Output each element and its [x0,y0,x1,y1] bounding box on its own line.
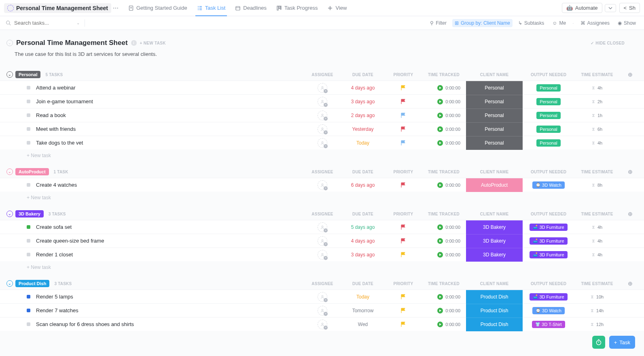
output-cell[interactable]: Personal [524,84,573,92]
add-column-button[interactable]: ⊕ [621,168,633,175]
col-estimate[interactable]: TIME ESTIMATE [573,212,621,216]
tab-getting-started-guide[interactable]: Getting Started Guide [123,0,192,16]
col-time[interactable]: TIME TRACKED [422,72,466,77]
task-row[interactable]: Create sofa set+5 days ago0:00:003D Bake… [0,220,644,234]
col-priority[interactable]: PRIORITY [385,281,422,286]
status-indicator[interactable] [27,239,30,243]
col-due[interactable]: DUE DATE [341,281,385,286]
info-icon[interactable]: i [131,40,137,46]
col-estimate[interactable]: TIME ESTIMATE [573,72,621,77]
play-icon[interactable] [437,252,443,258]
group-by-button[interactable]: ⊞Group by: Client Name [452,19,513,27]
assignee-add[interactable]: + [318,306,327,315]
add-task-row[interactable]: + New task [0,149,644,162]
show-button[interactable]: ◉Show [615,19,638,27]
assignee-add[interactable]: + [318,97,327,107]
priority-cell[interactable] [385,113,422,118]
status-indicator[interactable] [27,183,30,187]
status-indicator[interactable] [27,225,30,229]
task-row[interactable]: Attend a webinar+4 days ago0:00:00Person… [0,81,644,94]
play-icon[interactable] [437,113,443,118]
add-column-button[interactable]: ⊕ [621,71,633,78]
assignee-add[interactable]: + [318,180,327,190]
col-output[interactable]: OUTPUT NEEDED [524,212,573,216]
col-assignee[interactable]: ASSIGNEE [304,170,341,174]
estimate-cell[interactable]: ⧗14h [573,308,621,313]
play-icon[interactable] [437,322,443,327]
add-column-button[interactable]: ⊕ [621,280,633,287]
group-collapse-toggle[interactable]: ⌄ [6,71,13,78]
priority-cell[interactable] [385,140,422,146]
tab-task-list[interactable]: Task List [192,0,231,16]
col-client[interactable]: CLIENT NAME [466,170,523,174]
new-task-link[interactable]: + NEW TASK [140,41,166,45]
task-row[interactable]: Join e-game tournament+3 days ago0:00:00… [0,94,644,108]
priority-cell[interactable] [385,308,422,313]
assignee-add[interactable]: + [318,111,327,120]
tab-deadlines[interactable]: Deadlines [230,0,271,16]
time-tracked-cell[interactable]: 0:00:00 [422,140,466,146]
play-icon[interactable] [437,99,443,104]
group-label[interactable]: 3D Bakery [15,210,44,217]
client-cell[interactable]: Product Dish [466,318,523,331]
due-date[interactable]: 5 days ago [341,224,385,230]
output-cell[interactable]: Personal [524,98,573,105]
status-indicator[interactable] [27,127,30,131]
time-tracked-cell[interactable]: 0:00:00 [422,126,466,132]
client-cell[interactable]: 3D Bakery [466,248,523,262]
collapse-all-toggle[interactable]: ⌄ [6,40,13,46]
col-assignee[interactable]: ASSIGNEE [304,212,341,216]
automate-button[interactable]: 🤖 Automate [562,3,602,13]
output-cell[interactable]: ⌚3D Watch [524,181,573,189]
estimate-cell[interactable]: ⧗4h [573,238,621,243]
time-tracked-cell[interactable]: 0:00:00 [422,224,466,230]
group-label[interactable]: Personal [15,71,40,78]
status-indicator[interactable] [27,309,30,312]
time-tracked-cell[interactable]: 0:00:00 [422,113,466,118]
col-client[interactable]: CLIENT NAME [466,72,523,77]
due-date[interactable]: 4 days ago [341,238,385,244]
status-indicator[interactable] [27,322,30,326]
chevron-down-icon[interactable]: ⌄ [76,21,80,25]
client-cell[interactable]: Product Dish [466,290,523,304]
group-collapse-toggle[interactable]: ⌄ [6,280,13,287]
due-date[interactable]: 4 days ago [341,85,385,91]
task-row[interactable]: Meet with friends+Yesterday0:00:00Person… [0,122,644,136]
client-cell[interactable]: AutoProduct [466,178,523,192]
task-row[interactable]: Create 4 watches+6 days ago0:00:00AutoPr… [0,178,644,192]
assignee-add[interactable]: + [318,138,327,148]
estimate-cell[interactable]: ⧗1h [573,113,621,118]
search-input[interactable] [14,20,71,26]
priority-cell[interactable] [385,182,422,188]
due-date[interactable]: 2 days ago [341,113,385,118]
estimate-cell[interactable]: ⧗4h [573,85,621,90]
time-tracked-cell[interactable]: 0:00:00 [422,308,466,313]
col-client[interactable]: CLIENT NAME [466,212,523,216]
task-row[interactable]: Render 1 closet+3 days ago0:00:003D Bake… [0,247,644,261]
priority-cell[interactable] [385,99,422,104]
timer-fab[interactable] [592,336,605,349]
status-indicator[interactable] [27,100,30,103]
assignee-add[interactable]: + [318,292,327,302]
client-cell[interactable]: Personal [466,81,523,95]
status-indicator[interactable] [27,113,30,117]
col-time[interactable]: TIME TRACKED [422,281,466,286]
estimate-cell[interactable]: ⧗12h [573,322,621,327]
tab-view[interactable]: View [322,0,352,16]
search-wrap[interactable]: ⌄ [6,20,80,26]
estimate-cell[interactable]: ⧗8h [573,182,621,188]
estimate-cell[interactable]: ⧗2h [573,99,621,104]
task-row[interactable]: Render 7 watches+Tomorrow0:00:00Product … [0,303,644,317]
time-tracked-cell[interactable]: 0:00:00 [422,238,466,244]
time-tracked-cell[interactable]: 0:00:00 [422,85,466,91]
client-cell[interactable]: Product Dish [466,304,523,318]
due-date[interactable]: Wed [341,322,385,327]
time-tracked-cell[interactable]: 0:00:00 [422,99,466,104]
play-icon[interactable] [437,140,443,146]
due-date[interactable]: Yesterday [341,126,385,132]
col-due[interactable]: DUE DATE [341,170,385,174]
assignee-add[interactable]: + [318,250,327,260]
play-icon[interactable] [437,224,443,230]
play-icon[interactable] [437,294,443,300]
priority-cell[interactable] [385,294,422,300]
